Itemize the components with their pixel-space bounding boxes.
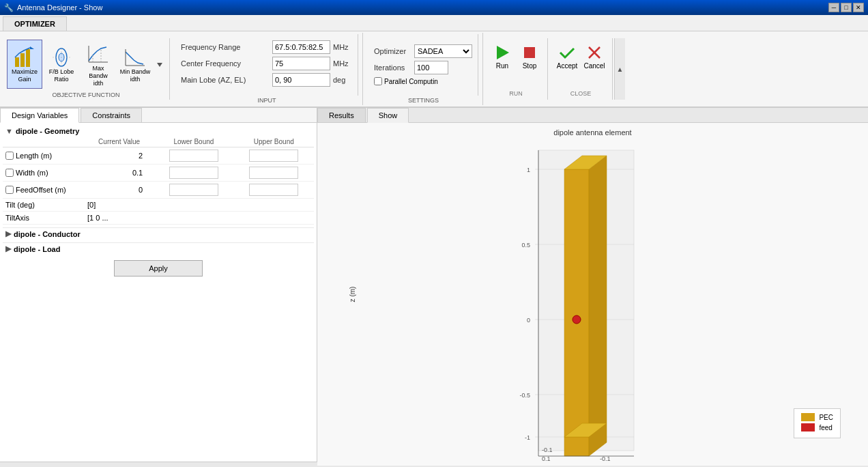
feedoffset-lower-input[interactable]	[169, 184, 218, 196]
min-bandwidth-button[interactable]: Min Bandwidth	[117, 40, 153, 89]
svg-point-33	[573, 315, 581, 324]
tiltaxis-value: [1 0 ...	[85, 212, 154, 225]
min-bandwidth-icon	[124, 46, 146, 68]
maximize-gain-label: MaximizeGain	[12, 68, 38, 83]
main-content: Design Variables Constraints ▼ dipole - …	[0, 108, 868, 462]
parallel-computing-checkbox[interactable]	[374, 77, 382, 85]
svg-rect-30	[564, 169, 589, 437]
min-bandwidth-label: Min Bandwidth	[120, 68, 151, 83]
geometry-toggle-icon: ▼	[5, 127, 13, 135]
tab-show[interactable]: Show	[367, 108, 409, 123]
dipole-load-section: ▶ dipole - Load	[3, 242, 314, 255]
legend-feed: feed	[801, 423, 833, 431]
conductor-toggle-icon: ▶	[5, 229, 11, 238]
tab-design-variables[interactable]: Design Variables	[0, 108, 79, 123]
cancel-icon	[585, 43, 604, 62]
run-group: Run Stop RUN	[484, 38, 548, 100]
iterations-label: Iterations	[374, 63, 411, 72]
feedoffset-upper-input[interactable]	[249, 184, 298, 196]
freq-range-label: Frequency Range	[181, 43, 270, 51]
antenna-svg: 1 0.5 0 -0.5 -1	[497, 137, 689, 464]
run-button[interactable]: Run	[490, 41, 515, 72]
run-buttons: Run Stop	[490, 41, 542, 72]
apply-button[interactable]: Apply	[114, 260, 203, 277]
freq-range-input[interactable]	[272, 40, 330, 54]
feedoffset-checkbox-label[interactable]: FeedOffset (m)	[5, 186, 82, 194]
left-tabs: Design Variables Constraints	[0, 108, 317, 123]
main-lobe-unit: deg	[333, 76, 352, 84]
width-checkbox-label[interactable]: Width (m)	[5, 169, 82, 177]
fb-lobe-ratio-button[interactable]: F/B LobeRatio	[44, 40, 79, 89]
length-upper-input[interactable]	[249, 150, 298, 162]
stop-label: Stop	[523, 62, 537, 70]
dipole-load-header[interactable]: ▶ dipole - Load	[3, 243, 314, 255]
length-checkbox-label[interactable]: Length (m)	[5, 152, 82, 160]
objective-function-group: MaximizeGain F/B LobeRatio	[3, 38, 170, 100]
optimizer-select[interactable]: SADEA GA PS	[414, 44, 472, 58]
tiltaxis-label: TiltAxis	[3, 212, 85, 225]
visualization-area: dipole antenna element z (m) 1 0.5	[317, 123, 868, 466]
width-upper-input[interactable]	[249, 167, 298, 179]
center-freq-input[interactable]	[272, 57, 330, 70]
window-title: Antenna Designer - Show	[17, 3, 828, 12]
optimizer-row: Optimizer SADEA GA PS	[374, 44, 472, 58]
dipole-conductor-header[interactable]: ▶ dipole - Conductor	[3, 228, 314, 240]
main-lobe-input[interactable]	[272, 73, 330, 87]
load-toggle-icon: ▶	[5, 244, 11, 253]
accept-icon	[558, 43, 577, 62]
dipole-geometry-label: dipole - Geometry	[16, 127, 80, 135]
svg-rect-1	[20, 53, 25, 67]
run-label-group: RUN	[509, 90, 523, 97]
design-variables-table: Current Value Lower Bound Upper Bound Le…	[3, 137, 314, 225]
svg-marker-3	[30, 46, 34, 49]
table-row: FeedOffset (m) 0	[3, 182, 314, 199]
fb-lobe-icon	[50, 46, 72, 68]
table-row: Length (m) 2	[3, 147, 314, 165]
close-button[interactable]: ✕	[853, 3, 864, 12]
accept-button[interactable]: Accept	[555, 41, 579, 72]
maximize-gain-button[interactable]: MaximizeGain	[7, 40, 42, 89]
parallel-computing-label: Parallel Computin	[384, 78, 438, 85]
iterations-input[interactable]	[414, 61, 448, 74]
objective-dropdown-btn[interactable]	[154, 40, 165, 89]
settings-label: SETTINGS	[408, 96, 439, 104]
tilt-value: [0]	[85, 199, 154, 212]
optimizer-tab[interactable]: OPTIMIZER	[3, 16, 67, 31]
max-bandwidth-icon	[87, 43, 109, 65]
max-bandwidth-button[interactable]: Max Bandwidth	[81, 40, 116, 89]
toolbar-area: OPTIMIZER	[0, 15, 868, 31]
tab-constraints[interactable]: Constraints	[81, 108, 142, 122]
svg-text:-0.1: -0.1	[542, 447, 553, 453]
maximize-button[interactable]: □	[841, 3, 852, 12]
table-row: Tilt (deg) [0]	[3, 199, 314, 212]
optimizer-label: Optimizer	[374, 47, 411, 55]
svg-text:0: 0	[526, 317, 530, 324]
right-panel: Results Show dipole antenna element z (m…	[317, 108, 868, 462]
tab-results[interactable]: Results	[317, 108, 366, 122]
y-axis-label: z (m)	[349, 287, 356, 302]
svg-text:0.1: 0.1	[542, 455, 551, 462]
dipole-conductor-section: ▶ dipole - Conductor	[3, 227, 314, 240]
run-label: Run	[496, 62, 508, 70]
stop-icon	[520, 43, 539, 62]
width-checkbox[interactable]	[5, 169, 14, 177]
length-lower-input[interactable]	[169, 150, 218, 162]
center-freq-row: Center Frequency MHz	[181, 57, 352, 70]
width-lower-input[interactable]	[169, 167, 218, 179]
toolbar-collapse-btn[interactable]: ▲	[614, 38, 625, 100]
minimize-button[interactable]: ─	[828, 3, 839, 12]
svg-rect-16	[524, 47, 535, 58]
cancel-button[interactable]: Cancel	[582, 41, 607, 72]
main-toolbar: MaximizeGain F/B LobeRatio	[0, 31, 868, 108]
stop-button[interactable]: Stop	[517, 41, 542, 72]
tilt-label: Tilt (deg)	[3, 199, 85, 212]
length-checkbox[interactable]	[5, 152, 14, 160]
run-icon	[493, 43, 512, 62]
table-row: TiltAxis [1 0 ...	[3, 212, 314, 225]
width-value: 0.1	[85, 165, 154, 182]
svg-text:-0.1: -0.1	[600, 455, 611, 462]
dipole-geometry-header[interactable]: ▼ dipole - Geometry	[3, 126, 314, 137]
close-label-group: CLOSE	[570, 90, 592, 97]
freq-range-unit: MHz	[333, 43, 352, 51]
feedoffset-checkbox[interactable]	[5, 186, 14, 194]
